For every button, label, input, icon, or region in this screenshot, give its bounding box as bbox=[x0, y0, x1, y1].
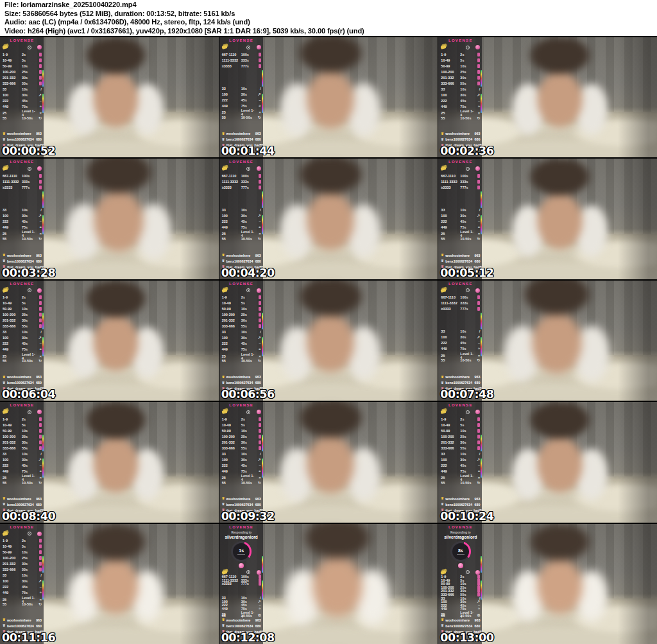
tip-duration: 30s bbox=[22, 562, 37, 566]
vibe-level-icon bbox=[39, 82, 42, 85]
tip-amount: 33 bbox=[441, 87, 460, 91]
tip-menu-row: 3310s/ bbox=[441, 451, 480, 457]
tip-amount: 33 bbox=[3, 330, 22, 334]
tip-duration: 75s bbox=[241, 225, 256, 229]
vibe-level-icon bbox=[39, 562, 42, 566]
tip-menu-row: 1-92s bbox=[3, 538, 42, 544]
vibe-level-icon bbox=[39, 313, 42, 317]
pulse-pattern-icon: ≈ bbox=[40, 105, 42, 109]
video-thumbnail: LOVENSE1-92s10-495s50-9910s100-20025s201… bbox=[0, 281, 219, 401]
top-tipper-row: ♛woohooimhere963 bbox=[441, 253, 480, 258]
pulse-pattern-icon: ≈ bbox=[259, 104, 260, 108]
timestamp-overlay: 00:09:32 bbox=[221, 510, 275, 523]
tip-menu-row: 50-9910s bbox=[222, 428, 261, 433]
tip-menu-row: 44975s≈ bbox=[3, 347, 42, 352]
lovense-tip-menu-overlay: LOVENSEResponding tosilverdragonlord1s66… bbox=[219, 524, 263, 644]
vibe-level-icon bbox=[259, 64, 261, 68]
tip-menu-row: 333-66655s bbox=[3, 80, 42, 86]
loop-pattern-icon: ↻ bbox=[477, 237, 480, 241]
tip-duration: 45s bbox=[22, 585, 37, 589]
tipper-score: 680 bbox=[255, 259, 261, 263]
lush-toy-icon bbox=[37, 288, 42, 293]
tip-duration: 45s bbox=[22, 464, 37, 467]
tip-menu-row: 201-33230s bbox=[3, 318, 42, 324]
tip-duration: 10-50s bbox=[241, 116, 256, 119]
tip-menu-row: 1-92s bbox=[441, 51, 480, 57]
video-thumbnail: LOVENSE667-1110100s1111-3332333s≥3333777… bbox=[438, 159, 657, 279]
tipper-name: benx1000627634 bbox=[226, 259, 253, 263]
rise-pattern-icon: / bbox=[260, 452, 261, 456]
tip-menu-row: 25Level 1-4× bbox=[3, 352, 42, 358]
tip-duration: 30s bbox=[460, 458, 475, 462]
tip-menu-row: 3310s/ bbox=[222, 207, 261, 213]
vibe-level-icon bbox=[477, 429, 480, 433]
tipper-name: benx1000627634 bbox=[7, 259, 34, 263]
tip-amount: 100 bbox=[3, 214, 22, 218]
tip-menu-row: 44975s≈ bbox=[441, 224, 480, 230]
tip-menu-row: 1-92s bbox=[3, 295, 42, 300]
tip-menu-row: 333-66655s bbox=[222, 324, 261, 329]
top-tipper-row: ♛woohooimhere963 bbox=[3, 496, 42, 501]
tip-coin-icon bbox=[221, 166, 227, 171]
tip-amount: 449 bbox=[222, 104, 241, 108]
tip-coin-icon bbox=[221, 288, 227, 293]
tip-duration: 55s bbox=[22, 446, 37, 450]
clock-icon bbox=[466, 410, 470, 414]
tip-duration: 10-50s bbox=[22, 237, 37, 241]
person-silhouette bbox=[264, 281, 397, 401]
tipper-name: benx1000627634 bbox=[445, 259, 472, 263]
tip-amount: 449 bbox=[222, 225, 241, 229]
tip-amount: 50-99 bbox=[3, 307, 22, 311]
tip-duration: 25s bbox=[241, 313, 256, 317]
tip-amount: 449 bbox=[222, 469, 241, 473]
tipper-score: 680 bbox=[474, 624, 480, 628]
vibe-level-icon bbox=[259, 174, 261, 178]
top-tipper-row: ♛woohooimhere963 bbox=[3, 618, 42, 623]
tip-menu-row: 44975s≈ bbox=[3, 590, 42, 596]
tip-menu-row: 1-92s bbox=[441, 416, 480, 422]
rise2-pattern-icon: ↗ bbox=[258, 336, 261, 340]
tip-amount: 667-1110 bbox=[222, 174, 241, 178]
tip-amount: 1-9 bbox=[3, 53, 22, 57]
tip-duration: 10s bbox=[22, 429, 37, 433]
crown-icon: ♛ bbox=[3, 376, 6, 379]
tipper-score: 963 bbox=[474, 132, 480, 135]
lush-toy-icon bbox=[257, 410, 261, 414]
tip-menu-row: 10-495s bbox=[3, 544, 42, 550]
tipper-score: 963 bbox=[255, 132, 261, 135]
crown-icon: ♛ bbox=[441, 376, 444, 379]
lovense-logo: LOVENSE bbox=[222, 403, 261, 407]
tip-duration: 75s bbox=[22, 591, 37, 595]
vibe-level-icon bbox=[477, 82, 480, 85]
tip-amount: 100-200 bbox=[3, 435, 22, 439]
loop-pattern-icon: ↻ bbox=[38, 359, 42, 363]
tip-menu-row: 25Level 1-4× bbox=[222, 352, 261, 358]
top-tipper-row: ♛benx1000627634680 bbox=[3, 380, 42, 385]
lovense-logo: LOVENSE bbox=[441, 525, 480, 529]
tip-amount: 100 bbox=[222, 92, 241, 96]
tip-amount: 100 bbox=[3, 458, 22, 462]
vibe-level-icon bbox=[259, 53, 261, 57]
person-silhouette bbox=[264, 402, 397, 522]
tip-menu-row: 667-1110100s bbox=[222, 51, 261, 57]
tip-amount: 55 bbox=[222, 359, 241, 363]
tip-amount: 100 bbox=[441, 93, 460, 97]
tip-duration: 2s bbox=[22, 295, 37, 299]
lovense-logo: LOVENSE bbox=[222, 282, 261, 286]
tip-amount: 1111-3332 bbox=[3, 180, 22, 184]
tip-menu-row: 10030s↗ bbox=[3, 335, 42, 341]
tip-amount: 10-49 bbox=[3, 544, 22, 548]
lush-toy-icon bbox=[257, 45, 261, 49]
lush-toy-icon bbox=[239, 563, 244, 568]
tip-amount: 449 bbox=[3, 469, 22, 473]
crown-icon: ♛ bbox=[222, 503, 225, 506]
tip-menu-row: 1111-3332333s bbox=[3, 178, 42, 184]
wave-pattern-icon: ~ bbox=[39, 464, 42, 467]
crown-icon: ♛ bbox=[222, 497, 225, 500]
tip-duration: 10-50s bbox=[22, 116, 37, 120]
tip-amount: 33 bbox=[222, 452, 241, 456]
tip-amount: 1-9 bbox=[3, 295, 22, 299]
tip-menu-row: ≥3333777s bbox=[441, 306, 480, 312]
tipper-name: woohooimhere bbox=[445, 618, 470, 622]
vibe-timer-value: 8s bbox=[450, 541, 471, 562]
